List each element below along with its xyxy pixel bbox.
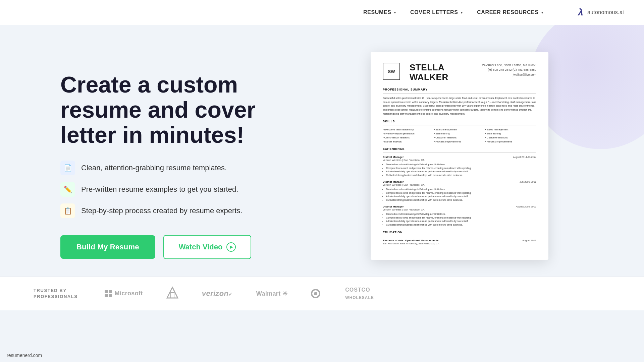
job-3: District Manager August 2002-2007 Verizo…: [383, 205, 536, 227]
resume-education-section: EDUCATION Bachelor of Arts: Operational …: [383, 231, 536, 245]
play-icon: ▶: [226, 242, 236, 252]
resume-education-title: EDUCATION: [383, 231, 536, 234]
resume-contact: 24 Armor Lane, North Easton, Ma 02356 (H…: [482, 63, 536, 77]
costco-logo: COSTCOWHOLESALE: [345, 286, 374, 301]
resume-skills-section: SKILLS • Executive team leadership • Sal…: [383, 120, 536, 143]
feature-examples-icon: ✏️: [60, 182, 75, 197]
main-content: Create a custom resume and cover letter …: [0, 25, 644, 277]
hero-left: Create a custom resume and cover letter …: [60, 52, 288, 259]
brand-name: autonomous.ai: [587, 9, 624, 15]
skill-11: • Process improvements: [434, 140, 485, 143]
resume-experience-section: EXPERIENCE District Manager August 2011-…: [383, 147, 536, 227]
skill-5: • Staff training: [434, 132, 485, 135]
skill-1: • Executive team leadership: [383, 128, 434, 131]
feature-process-text: Step-by-step process created by resume e…: [81, 206, 243, 215]
walmart-logo: Walmart ✳: [256, 290, 288, 297]
feature-process: 📋 Step-by-step process created by resume…: [60, 203, 288, 218]
skill-12: • Process improvements: [485, 140, 536, 143]
feature-templates: 📄 Clean, attention-grabbing resume templ…: [60, 161, 288, 175]
trusted-logos: Microsoft verizon✓ Walmart ✳ COSTCOWHOLE…: [105, 286, 610, 301]
feature-examples: ✏️ Pre-written resume examples to get yo…: [60, 182, 288, 197]
nav-resumes[interactable]: RESUMES ▼: [363, 9, 397, 15]
resume-name: STELLAWALKER: [410, 63, 448, 82]
target-circle-icon: [311, 289, 320, 298]
footer: TRUSTED BYPROFESSIONALS Microsoft verizo…: [0, 277, 644, 310]
skill-8: • Customer relations: [434, 136, 485, 139]
site-watermark: resumenerd.com: [7, 353, 42, 358]
feature-examples-text: Pre-written resume examples to get you s…: [81, 185, 238, 194]
watch-video-label: Watch Video: [179, 243, 223, 251]
verizon-text: verizon: [202, 289, 229, 298]
job-2: District Manager Jun 2008-2011 Verizon W…: [383, 180, 536, 202]
skill-2: • Sales management: [434, 128, 485, 131]
resume-skills-grid: • Executive team leadership • Sales mana…: [383, 128, 536, 143]
nav-cover-letters-label: COVER LETTERS: [410, 9, 458, 15]
resume-skills-title: SKILLS: [383, 120, 536, 123]
resume-logo: SW: [383, 63, 400, 80]
header: RESUMES ▼ COVER LETTERS ▼ CAREER RESOURC…: [0, 0, 644, 25]
nav-cover-letters[interactable]: COVER LETTERS ▼: [410, 9, 464, 15]
features-list: 📄 Clean, attention-grabbing resume templ…: [60, 161, 288, 218]
costco-text: COSTCOWHOLESALE: [345, 287, 374, 300]
nav-career-resources[interactable]: CAREER RESOURCES ▼: [477, 9, 544, 15]
resume-summary-section: PROFESSIONAL SUMMARY Successful sales pr…: [383, 88, 536, 116]
walmart-star-icon: ✳: [282, 290, 287, 297]
resume-experience-title: EXPERIENCE: [383, 147, 536, 150]
nav-divider: [561, 6, 561, 18]
feature-templates-text: Clean, attention-grabbing resume templat…: [81, 164, 227, 172]
microsoft-text: Microsoft: [115, 290, 143, 297]
skill-6: • Staff training: [485, 132, 536, 135]
main-nav: RESUMES ▼ COVER LETTERS ▼ CAREER RESOURC…: [363, 6, 624, 18]
target-logo: [311, 289, 322, 298]
nav-resumes-chevron: ▼: [393, 11, 397, 14]
resume-summary-divider: [383, 93, 536, 94]
skill-7: • Client/Vendor relations: [383, 136, 434, 139]
homedepot-logo: [166, 287, 178, 300]
walmart-text: Walmart: [256, 290, 281, 297]
trusted-label: TRUSTED BYPROFESSIONALS: [34, 288, 78, 300]
resume-name-block: STELLAWALKER: [410, 63, 448, 82]
nav-resumes-label: RESUMES: [363, 9, 391, 15]
resume-experience-divider: [383, 153, 536, 153]
brand-area: λ autonomous.ai: [578, 7, 624, 18]
resume-preview-area: SW STELLAWALKER 24 Armor Lane, North Eas…: [309, 52, 610, 260]
resume-header: SW STELLAWALKER 24 Armor Lane, North Eas…: [383, 63, 536, 82]
svg-rect-1: [171, 293, 174, 298]
skill-10: • Market analysis: [383, 140, 434, 143]
hero-title: Create a custom resume and cover letter …: [60, 72, 288, 147]
skill-3: • Sales management: [485, 128, 536, 131]
homedepot-icon: [166, 287, 178, 299]
microsoft-logo: Microsoft: [105, 290, 143, 297]
nav-career-resources-chevron: ▼: [541, 11, 544, 14]
brand-logo: λ: [578, 7, 583, 18]
nav-cover-letters-chevron: ▼: [460, 11, 464, 14]
resume-education-divider: [383, 236, 536, 236]
feature-process-icon: 📋: [60, 203, 75, 218]
build-resume-button[interactable]: Build My Resume: [60, 235, 155, 259]
feature-templates-icon: 📄: [60, 161, 75, 175]
resume-card: SW STELLAWALKER 24 Armor Lane, North Eas…: [371, 52, 548, 260]
verizon-logo: verizon✓: [202, 289, 233, 298]
resume-summary-text: Successful sales professional with 10+ y…: [383, 96, 536, 116]
nav-career-resources-label: CAREER RESOURCES: [477, 9, 539, 15]
skill-9: • Customer relations: [485, 136, 536, 139]
cta-buttons: Build My Resume Watch Video ▶: [60, 235, 288, 259]
skill-4: • Inventory report generation: [383, 132, 434, 135]
watch-video-button[interactable]: Watch Video ▶: [163, 235, 252, 259]
job-1: District Manager August 2011-Current Ver…: [383, 156, 536, 177]
resume-summary-title: PROFESSIONAL SUMMARY: [383, 88, 536, 91]
microsoft-grid-icon: [105, 290, 112, 297]
resume-skills-divider: [383, 125, 536, 125]
